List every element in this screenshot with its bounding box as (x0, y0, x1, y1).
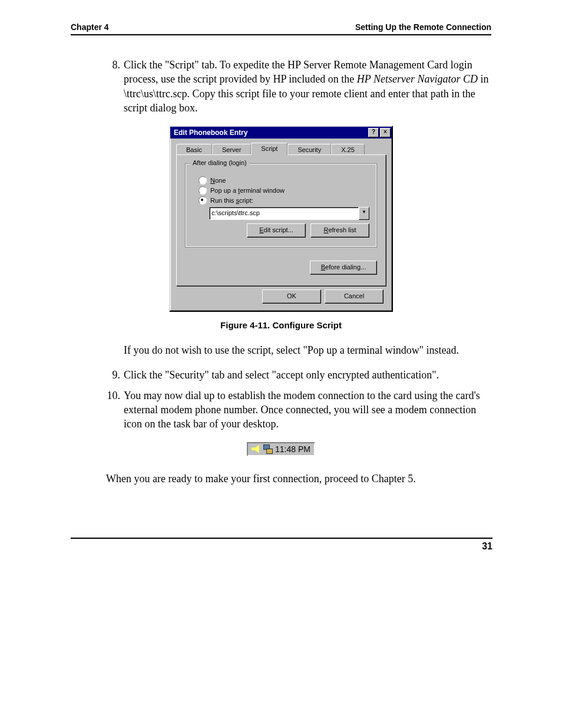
step-8-number: 8. (100, 58, 124, 115)
step-8: 8. Click the "Script" tab. To expedite t… (100, 58, 491, 115)
post-figure-paragraph: If you do not wish to use the script, se… (124, 343, 491, 357)
header-left: Chapter 4 (71, 22, 109, 32)
step-8-text-italic: HP Netserver Navigator CD (357, 73, 478, 85)
tab-basic[interactable]: Basic (176, 144, 212, 155)
figure-dialog-wrap: Edit Phonebook Entry ? × Basic Server Sc… (71, 126, 491, 312)
radio-popup-row[interactable]: Pop up a terminal window (199, 186, 369, 195)
radio-popup[interactable] (199, 186, 207, 195)
radio-none-label: None (210, 177, 226, 184)
speaker-icon (252, 444, 261, 454)
tab-security[interactable]: Security (287, 144, 331, 155)
edit-script-button[interactable]: Edit script... (247, 223, 306, 238)
step-9: 9. Click the "Security" tab and select "… (100, 368, 491, 382)
script-path-dropdown[interactable]: ▼ (359, 207, 369, 220)
edit-phonebook-dialog: Edit Phonebook Entry ? × Basic Server Sc… (169, 126, 393, 312)
step-9-number: 9. (100, 368, 124, 382)
step-9-text: Click the "Security" tab and select "acc… (124, 368, 491, 382)
dialog-titlebar: Edit Phonebook Entry ? × (170, 127, 392, 139)
radio-popup-label: Pop up a terminal window (210, 187, 285, 194)
tray-figure-wrap: 11:48 PM (71, 442, 491, 456)
figure-caption: Figure 4-11. Configure Script (71, 320, 491, 330)
close-button[interactable]: × (380, 128, 391, 137)
page-number: 31 (71, 541, 492, 552)
radio-none-row[interactable]: None (199, 176, 369, 185)
footer-rule (71, 538, 492, 539)
radio-run-label: Run this script: (210, 197, 253, 204)
radio-run-row[interactable]: Run this script: (199, 196, 369, 205)
modem-connection-icon (263, 444, 273, 454)
tray-clock: 11:48 PM (275, 444, 310, 454)
page-footer: 31 (71, 538, 492, 552)
script-tab-panel: After dialing (login) None Pop up a term… (176, 154, 386, 286)
page-header: Chapter 4 Setting Up the Remote Connecti… (71, 22, 491, 35)
refresh-list-button[interactable]: Refresh list (310, 223, 369, 238)
script-path-input[interactable]: c:\scripts\ttrc.scp (209, 207, 359, 220)
radio-none[interactable] (199, 176, 207, 185)
header-right: Setting Up the Remote Connection (355, 22, 491, 32)
radio-run[interactable] (199, 196, 207, 205)
tab-server[interactable]: Server (212, 144, 251, 155)
step-10-text: You may now dial up to establish the mod… (124, 388, 491, 431)
after-dialing-group: After dialing (login) None Pop up a term… (185, 163, 377, 248)
dialog-tabs: Basic Server Script Security X.25 (176, 143, 386, 155)
cancel-button[interactable]: Cancel (325, 289, 384, 304)
step-10: 10. You may now dial up to establish the… (100, 388, 491, 431)
group-legend: After dialing (login) (190, 159, 249, 166)
ok-button[interactable]: OK (262, 289, 321, 304)
before-dialing-button[interactable]: Before dialing... (310, 261, 377, 275)
step-8-text: Click the "Script" tab. To expedite the … (124, 58, 491, 115)
taskbar-tray: 11:48 PM (247, 442, 315, 456)
help-button[interactable]: ? (368, 128, 379, 137)
tab-script[interactable]: Script (251, 143, 287, 155)
tab-x25[interactable]: X.25 (331, 144, 365, 155)
step-10-number: 10. (100, 388, 124, 431)
closing-paragraph: When you are ready to make your first co… (106, 472, 491, 486)
dialog-title: Edit Phonebook Entry (174, 129, 247, 137)
